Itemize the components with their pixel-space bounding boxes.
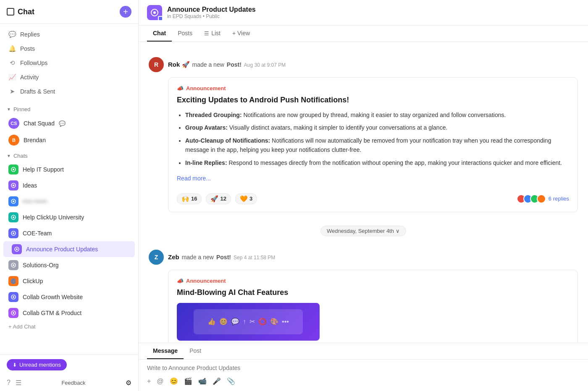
settings-icon[interactable]: ⚙ — [126, 379, 131, 387]
svg-point-5 — [13, 185, 14, 186]
chats-header[interactable]: ▼ Chats — [0, 150, 138, 162]
announce-avatar — [12, 244, 22, 254]
sidebar-item-brendan[interactable]: B Brendan — [0, 132, 138, 149]
message-2-meta: Zeb made a new Post! Sep 4 at 11:58 PM — [168, 253, 275, 261]
gif-icon[interactable]: 🎬 — [184, 377, 192, 385]
pinned-label: Pinned — [13, 106, 30, 112]
sidebar-item-collab-growth[interactable]: Collab Growth Website — [0, 289, 138, 305]
sidebar-item-help-clickup[interactable]: Help ClickUp University — [0, 209, 138, 225]
announcement-icon-2: 📣 — [177, 278, 184, 284]
toolbar-icon-5: ✂ — [249, 318, 255, 326]
read-more-link-1[interactable]: Read more... — [177, 175, 211, 182]
reaction-1-2[interactable]: 🚀 12 — [206, 193, 231, 204]
reaction-1-1[interactable]: 🙌 16 — [177, 193, 202, 204]
sidebar-nav-posts[interactable]: 🔔 Posts — [0, 42, 138, 56]
activity-icon: 📈 — [8, 73, 16, 81]
toolbar-icon-3: 💬 — [231, 318, 239, 326]
chat-squad-avatar: CS — [8, 118, 19, 129]
reaction-1-3[interactable]: 🧡 3 — [235, 193, 257, 204]
pinned-section: ▼ Pinned CS Chat Squad 💬 B Brendan — [0, 104, 138, 149]
message-input-area: Message Post + @ 😊 🎬 📹 🎤 📎 — [139, 343, 588, 391]
bullet-3: Auto-Cleanup of Notifications: Notificat… — [185, 136, 569, 155]
attach-icon[interactable]: + — [147, 378, 151, 385]
svg-point-8 — [13, 201, 14, 202]
message-1: R Rok 🚀 made a new Post! Aug 30 at 9:07 … — [139, 50, 588, 219]
tab-chat[interactable]: Chat — [147, 26, 172, 42]
post-announcement-2: 📣 Announcement — [177, 278, 569, 284]
toolbar-icon-1: 👍 — [207, 318, 216, 326]
tab-list[interactable]: ☰ List — [198, 26, 226, 42]
svg-point-14 — [13, 232, 14, 234]
mention-icon[interactable]: @ — [157, 378, 163, 385]
emoji-icon[interactable]: 😊 — [170, 377, 178, 385]
add-chat-label: + Add Chat — [8, 323, 36, 330]
date-chip-label: Wednesday, September 4th — [327, 228, 394, 234]
date-chip[interactable]: Wednesday, September 4th ∨ — [320, 226, 406, 236]
sidebar-item-clickup[interactable]: 🌀 ClickUp — [0, 273, 138, 289]
unread-mentions-button[interactable]: ⬇ Unread mentions — [7, 359, 67, 370]
msg1-time: Aug 30 at 9:07 PM — [244, 62, 286, 68]
toolbar-icon-8: ••• — [282, 318, 289, 326]
solutions-avatar — [8, 260, 18, 270]
sidebar-nav-drafts[interactable]: ➤ Drafts & Sent — [0, 84, 138, 99]
chats-section: ▼ Chats Help IT Support Ideas ••••• ••••… — [0, 150, 138, 321]
sidebar-item-collab-gtm[interactable]: Collab GTM & Product — [0, 305, 138, 321]
clip-icon[interactable]: 📎 — [227, 377, 235, 385]
sidebar-nav-followups[interactable]: ⟲ FollowUps — [0, 56, 138, 70]
followups-icon: ⟲ — [8, 59, 16, 67]
layout-icon[interactable]: ☰ — [16, 379, 21, 387]
bullet-3-bold: Auto-Cleanup of Notifications: — [185, 137, 270, 144]
replies-icon: 💬 — [8, 31, 16, 38]
svg-point-2 — [13, 169, 14, 170]
messages-list: R Rok 🚀 made a new Post! Aug 30 at 9:07 … — [139, 42, 588, 343]
reply-count-1[interactable]: 6 replies — [549, 196, 569, 202]
unread-arrow-icon: ⬇ — [13, 362, 17, 368]
clickup-avatar: 🌀 — [8, 276, 18, 286]
tab-posts-label: Posts — [178, 30, 192, 36]
sidebar-item-solutions-org[interactable]: Solutions-Org — [0, 257, 138, 273]
bullet-4: In-line Replies: Respond to messages dir… — [185, 158, 569, 167]
coe-team-label: COE-Team — [23, 230, 52, 237]
nav-replies-label: Replies — [20, 31, 40, 38]
sidebar-item-ideas[interactable]: Ideas — [0, 177, 138, 193]
announcement-label-1: Announcement — [186, 85, 226, 91]
post-body-1: Threaded Grouping: Notifications are now… — [177, 110, 569, 167]
reply-avatar-4 — [537, 194, 546, 203]
sidebar-item-coe-team[interactable]: COE-Team — [0, 225, 138, 241]
clickup-label: ClickUp — [23, 278, 43, 284]
msg2-time: Sep 4 at 11:58 PM — [234, 255, 275, 261]
help-icon[interactable]: ? — [7, 379, 10, 387]
reaction-emoji-1-1: 🙌 — [181, 195, 189, 203]
message-1-header: R Rok 🚀 made a new Post! Aug 30 at 9:07 … — [149, 57, 578, 72]
message-input[interactable] — [147, 365, 580, 371]
sidebar-nav-activity[interactable]: 📈 Activity — [0, 70, 138, 84]
sidebar-bottom: ⬇ Unread mentions ? ☰ Feedback ⚙ — [0, 355, 138, 391]
date-chip-chevron: ∨ — [396, 228, 400, 234]
pinned-chevron: ▼ — [7, 107, 11, 112]
pinned-header[interactable]: ▼ Pinned — [0, 104, 138, 115]
ideas-avatar — [8, 180, 18, 190]
mic-icon[interactable]: 🎤 — [213, 377, 221, 385]
svg-point-28 — [153, 11, 156, 14]
chats-label: Chats — [13, 153, 28, 159]
sidebar-item-announce-product-updates[interactable]: Announce Product Updates — [3, 241, 135, 257]
sidebar-item-blurred[interactable]: ••••• ••••••• — [0, 193, 138, 209]
tab-posts[interactable]: Posts — [172, 26, 198, 42]
reaction-count-1-2: 12 — [220, 196, 226, 202]
help-it-avatar — [8, 164, 18, 175]
add-chat-row[interactable]: + Add Chat — [0, 321, 138, 332]
tab-view[interactable]: + View — [226, 26, 256, 42]
input-tab-message[interactable]: Message — [147, 343, 184, 359]
sidebar-item-chat-squad[interactable]: CS Chat Squad 💬 — [0, 115, 138, 132]
sidebar-nav-replies[interactable]: 💬 Replies — [0, 27, 138, 42]
video-icon[interactable]: 📹 — [198, 377, 207, 385]
sidebar-item-help-it-support[interactable]: Help IT Support — [0, 162, 138, 177]
message-2: Z Zeb made a new Post! Sep 4 at 11:58 PM… — [139, 243, 588, 343]
feedback-button[interactable]: Feedback — [61, 380, 85, 386]
input-tab-post[interactable]: Post — [184, 343, 207, 359]
date-divider: Wednesday, September 4th ∨ — [139, 219, 588, 243]
add-button[interactable]: + — [120, 6, 131, 18]
tab-view-label: + View — [232, 30, 250, 36]
nav-activity-label: Activity — [20, 74, 39, 81]
msg1-post-tag: Post! — [227, 61, 242, 68]
